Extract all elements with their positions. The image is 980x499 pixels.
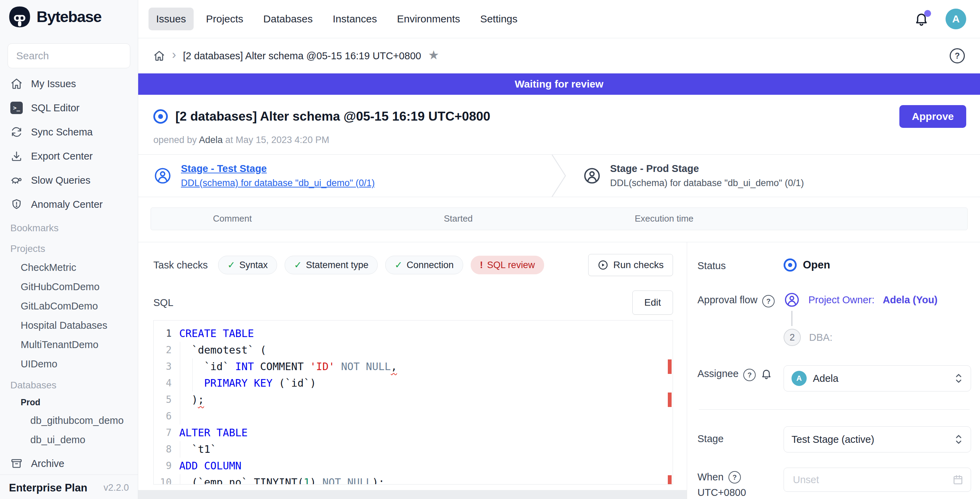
assignee-label: Assignee [697,368,738,380]
error-ruler-mark [668,475,671,485]
tab-issues[interactable]: Issues [148,8,194,30]
tab-instances[interactable]: Instances [325,8,385,30]
sidebar-item-slow-queries[interactable]: Slow Queries [0,168,138,192]
sidebar-project-uidemo[interactable]: UIDemo [0,354,138,373]
stage-card-test[interactable]: Stage - Test Stage DDL(schema) for datab… [138,155,551,197]
when-datetime-field[interactable] [784,468,971,492]
subscribe-bell-icon[interactable] [760,368,772,380]
shield-icon [10,198,23,211]
main-area: IssuesProjectsDatabasesInstancesEnvironm… [138,0,980,499]
line-number: 4 [154,375,172,391]
when-input[interactable] [792,474,952,486]
download-icon [10,150,23,162]
approval-role: Project Owner: [808,294,875,306]
line-number: 10 [154,474,172,485]
approve-button[interactable]: Approve [899,105,966,128]
version-label: v2.2.0 [103,483,129,493]
approver-icon [784,292,800,308]
sidebar-environment-prod: Prod [0,394,138,411]
tab-databases[interactable]: Databases [256,8,320,30]
sidebar: Bytebase ⌘ K My Issues>_SQL EditorSync S… [0,0,138,499]
tab-projects[interactable]: Projects [199,8,251,30]
help-icon[interactable]: ? [950,48,965,64]
check-pill-syntax[interactable]: ✓Syntax [218,256,277,274]
assignee-help-icon[interactable]: ? [743,369,756,381]
turtle-icon [10,174,23,186]
sidebar-project-hospital-databases[interactable]: Hospital Databases [0,316,138,335]
brand-logo[interactable]: Bytebase [0,0,138,34]
run-checks-button[interactable]: Run checks [588,254,673,276]
notification-dot [924,10,931,17]
editor-scroll-gutter [138,490,687,499]
stage-label: Stage [697,433,724,445]
issue-header: [2 databases] Alter schema @05-15 16:19 … [138,95,980,154]
search-box[interactable]: ⌘ K [8,43,130,68]
sidebar-project-multitenantdemo[interactable]: MultiTenantDemo [0,335,138,354]
approval-step-number: 2 [784,329,801,346]
stage-title: Stage - Test Stage [181,163,375,174]
check-pill-connection[interactable]: ✓Connection [385,256,463,274]
notifications-button[interactable] [914,11,929,27]
bytebase-logo-icon [8,5,31,28]
code-line-2: 2 `demotest` ( [154,342,673,358]
breadcrumb-title[interactable]: [2 databases] Alter schema @05-15 16:19 … [183,50,421,62]
sidebar-item-export-center[interactable]: Export Center [0,144,138,168]
line-number: 8 [154,441,172,458]
sidebar-project-gitlabcomdemo[interactable]: GitLabComDemo [0,296,138,316]
sidebar-project-githubcomdemo[interactable]: GitHubComDemo [0,277,138,296]
sidebar-item-archive[interactable]: Archive [0,453,138,475]
sidebar-item-sql-editor[interactable]: >_SQL Editor [0,96,138,120]
edit-sql-button[interactable]: Edit [632,291,673,315]
stage-assignee-icon [583,167,601,185]
sidebar-header-databases[interactable]: Databases [0,376,138,394]
sidebar-projects-list: CheckMetricGitHubComDemoGitLabComDemoHos… [0,258,138,373]
plan-label[interactable]: Enterprise Plan [9,482,87,494]
stage-separator-chevron [551,155,568,197]
line-number: 9 [154,458,172,474]
stage-select[interactable]: Test Stage (active) [784,426,971,453]
breadcrumb-home-icon[interactable] [153,50,165,62]
sql-section-label: SQL [153,297,173,308]
code-line-7: 7ALTER TABLE [154,424,673,441]
code-line-3: 3 `id` INT COMMENT 'ID' NOT NULL, [154,358,673,375]
stage-task-link[interactable]: DDL(schema) for database "db_ui_demo" (0… [181,178,375,189]
stage-task-label: DDL(schema) for database "db_ui_demo" (0… [610,178,804,189]
status-open-icon [784,259,797,272]
approval-approver[interactable]: Adela (You) [883,294,938,306]
sidebar-project-checkmetric[interactable]: CheckMetric [0,258,138,277]
sidebar-item-my-issues[interactable]: My Issues [0,72,138,96]
status-row: Status Open [697,257,971,272]
user-avatar[interactable]: A [945,9,966,29]
approval-flow-help-icon[interactable]: ? [762,295,775,307]
bookmark-star-icon[interactable]: ★ [428,48,439,62]
assignee-select[interactable]: A Adela [784,365,971,391]
approval-step-1[interactable]: Project Owner: Adela (You) [784,292,971,308]
error-ruler-mark [668,359,671,374]
sidebar-db-db_ui_demo[interactable]: db_ui_demo [0,430,138,450]
when-label: When [697,472,724,483]
sidebar-db-db_githubcom_demo[interactable]: db_githubcom_demo [0,411,138,430]
approval-flow-label: Approval flow [697,294,757,306]
sidebar-header-bookmarks[interactable]: Bookmarks [0,219,138,237]
sidebar-header-projects[interactable]: Projects [0,240,138,258]
tab-environments[interactable]: Environments [390,8,468,30]
code-line-6: 6 [154,408,673,424]
check-pills: ✓Syntax✓Statement type✓Connection!SQL re… [218,256,544,274]
task-detail-panel: Task checks ✓Syntax✓Statement type✓Conne… [138,242,687,499]
sidebar-item-sync-schema[interactable]: Sync Schema [0,120,138,144]
issue-open-icon [153,109,168,124]
issue-author[interactable]: Adela [199,135,223,145]
assignee-avatar: A [792,371,807,386]
calendar-icon [952,474,964,486]
stage-assignee-icon [153,167,172,185]
sync-icon [10,126,23,138]
check-pill-statement-type[interactable]: ✓Statement type [285,256,378,274]
sidebar-item-anomaly-center[interactable]: Anomaly Center [0,192,138,216]
stage-card-prod[interactable]: Stage - Prod Stage DDL(schema) for datab… [568,155,980,197]
check-pill-sql-review[interactable]: !SQL review [471,256,544,274]
search-input[interactable] [16,49,138,62]
when-help-icon[interactable]: ? [729,471,741,483]
tab-settings[interactable]: Settings [473,8,525,30]
sql-editor[interactable]: 1CREATE TABLE2 `demotest` (3 `id` INT CO… [153,320,673,485]
sql-editor-icon: >_ [10,102,23,114]
